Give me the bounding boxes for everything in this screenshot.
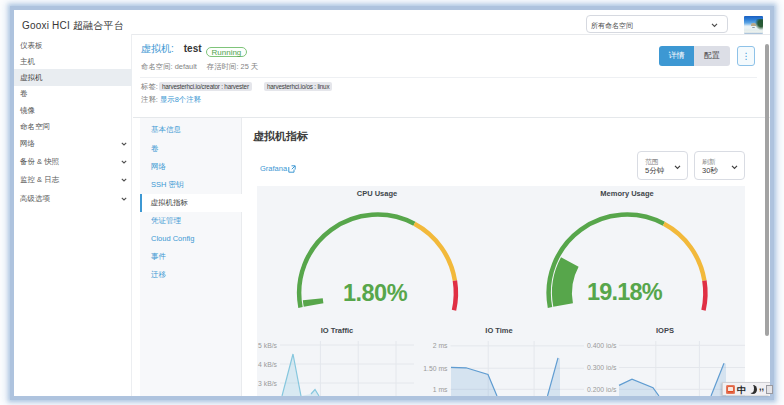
svg-text:4 kB/s: 4 kB/s — [258, 361, 277, 368]
svg-text:IO Traffic: IO Traffic — [321, 326, 354, 335]
svg-text:IO Time: IO Time — [485, 326, 512, 335]
svg-text:1.50 ms: 1.50 ms — [423, 365, 448, 372]
svg-text:CPU Usage: CPU Usage — [357, 189, 397, 198]
svg-text:0.400 io/s: 0.400 io/s — [587, 342, 617, 349]
svg-text:5 kB/s: 5 kB/s — [258, 342, 277, 349]
svg-text:2 ms: 2 ms — [433, 342, 448, 349]
svg-text:3 kB/s: 3 kB/s — [258, 380, 277, 387]
svg-text:Memory Usage: Memory Usage — [600, 189, 653, 198]
svg-text:0.300 io/s: 0.300 io/s — [587, 364, 617, 371]
svg-text:1.80%: 1.80% — [343, 280, 408, 306]
svg-text:1 ms: 1 ms — [433, 386, 448, 393]
svg-text:19.18%: 19.18% — [587, 279, 663, 305]
svg-text:IOPS: IOPS — [656, 326, 674, 335]
svg-text:0.200 io/s: 0.200 io/s — [587, 386, 617, 393]
